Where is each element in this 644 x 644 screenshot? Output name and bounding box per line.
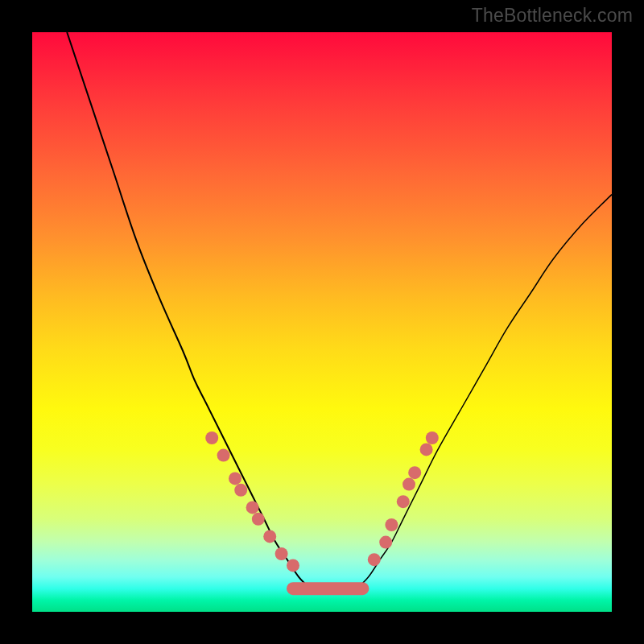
watermark-text: TheBottleneck.com [472,5,633,27]
marker-dot [234,484,247,497]
marker-dot [368,553,381,566]
marker-dots-group [205,431,439,572]
marker-dot [402,478,415,491]
marker-dot [408,466,421,479]
marker-dot [246,501,259,514]
marker-dot [287,559,299,572]
marker-dot [217,449,230,462]
marker-dot [263,530,276,543]
marker-dot [385,518,398,531]
chart-plot-area [32,32,612,612]
marker-dot [426,431,439,444]
marker-dot [229,472,242,485]
marker-dot [275,547,288,560]
marker-dot [420,443,433,456]
curve-left-branch [67,32,310,588]
marker-dot [205,431,218,444]
chart-svg [32,32,612,612]
marker-dot [379,536,392,549]
marker-dot [252,513,265,526]
marker-dot [397,495,410,508]
